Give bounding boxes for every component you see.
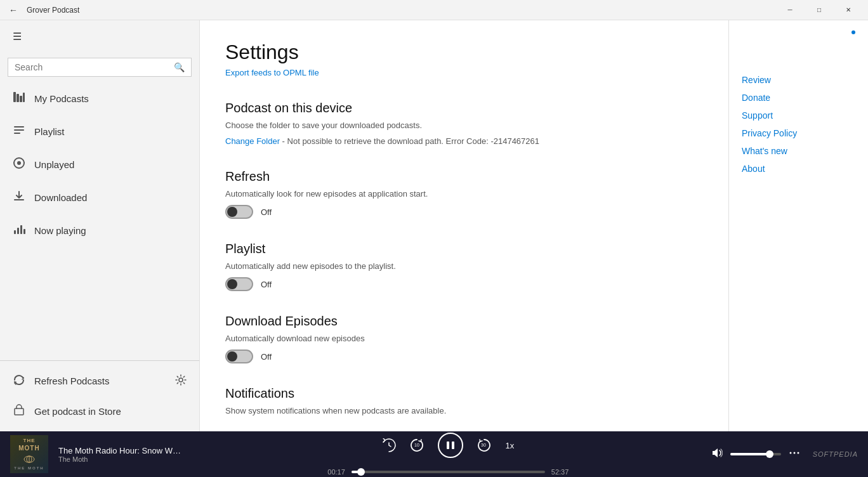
sidebar-item-now-playing[interactable]: Now playing (0, 214, 199, 247)
section-notifications-desc: Show system notifications when new podca… (225, 406, 703, 415)
player-title: The Moth Radio Hour: Snow White and the … (58, 446, 185, 455)
svg-rect-9 (14, 230, 16, 234)
play-pause-button[interactable] (438, 433, 463, 458)
section-refresh-desc: Automatically look for new episodes at a… (225, 189, 703, 199)
player-podcast: The Moth (58, 455, 185, 463)
section-download-episodes-desc: Automatically download new episodes (225, 334, 703, 343)
player-bar: THE MOTH THE MOTH The Moth Radio Hour: S… (0, 431, 868, 477)
playlist-toggle-knob (227, 279, 237, 289)
privacy-policy-link[interactable]: Privacy Policy (742, 126, 855, 141)
store-icon (13, 403, 25, 419)
refresh-toggle-row: Off (225, 205, 703, 219)
forward-button[interactable]: 30 (476, 437, 492, 454)
export-feeds-link[interactable]: Export feeds to OPML file (225, 68, 319, 77)
section-download-episodes-title: Download Episodes (225, 314, 703, 329)
download-toggle-label: Off (261, 352, 272, 362)
sidebar-item-store[interactable]: Get podcast in Store (0, 396, 199, 426)
playlist-icon (13, 124, 25, 139)
svg-rect-11 (20, 225, 22, 234)
svg-rect-14 (15, 408, 23, 415)
section-download-episodes: Download Episodes Automatically download… (225, 314, 703, 363)
section-playlist-title: Playlist (225, 242, 703, 256)
sidebar-item-downloaded[interactable]: Downloaded (0, 181, 199, 214)
search-bar[interactable]: 🔍 (8, 58, 192, 77)
section-podcast-device-desc: Choose the folder to save your downloade… (225, 121, 703, 130)
section-playlist-desc: Automatically add new episodes to the pl… (225, 261, 703, 271)
svg-point-23 (793, 452, 795, 454)
svg-rect-2 (20, 96, 22, 102)
review-link[interactable]: Review (742, 72, 855, 88)
more-options-button[interactable] (789, 447, 800, 462)
section-refresh: Refresh Automatically look for new episo… (225, 169, 703, 219)
speed-button[interactable]: 1x (505, 441, 514, 450)
svg-rect-19 (447, 441, 449, 449)
download-toggle[interactable] (225, 350, 253, 363)
progress-track[interactable] (352, 471, 545, 473)
close-button[interactable]: ✕ (834, 0, 863, 20)
playlist-toggle[interactable] (225, 277, 253, 291)
now-playing-label: Now playing (34, 225, 86, 236)
playlist-label: Playlist (34, 126, 65, 137)
refresh-icon (13, 374, 25, 388)
svg-point-24 (797, 452, 799, 454)
player-info: The Moth Radio Hour: Snow White and the … (58, 446, 185, 463)
settings-title: Settings (225, 41, 703, 64)
titlebar-left: ← Grover Podcast (5, 4, 79, 16)
artwork-text-line3: THE MOTH (14, 466, 44, 471)
app-title: Grover Podcast (27, 6, 79, 15)
change-folder-link[interactable]: Change Folder (225, 136, 280, 146)
softpedia-logo: SOFTPEDIA (813, 450, 858, 458)
change-folder-row: Change Folder - Not possible to retrieve… (225, 135, 703, 147)
window-controls: ─ □ ✕ (775, 0, 863, 20)
section-notifications-title: Notifications (225, 386, 703, 401)
playlist-toggle-row: Off (225, 277, 703, 291)
unplayed-icon (13, 157, 25, 172)
svg-rect-4 (14, 126, 24, 127)
svg-point-8 (17, 161, 21, 165)
search-input[interactable] (15, 62, 174, 72)
refresh-label: Refresh Podcasts (34, 376, 109, 386)
minimize-button[interactable]: ─ (775, 0, 805, 20)
maximize-button[interactable]: □ (805, 0, 834, 20)
whats-new-link[interactable]: What's new (742, 143, 855, 159)
hamburger-button[interactable]: ☰ (10, 28, 24, 45)
about-link[interactable]: About (742, 161, 855, 176)
progress-row: 00:17 52:37 (327, 468, 569, 476)
volume-icon (711, 447, 723, 461)
back-button[interactable]: ← (5, 4, 22, 16)
svg-rect-6 (14, 133, 20, 134)
section-podcast-device-title: Podcast on this device (225, 101, 703, 115)
svg-point-22 (789, 452, 791, 454)
titlebar: ← Grover Podcast ─ □ ✕ (0, 0, 868, 20)
artwork-text-line1: THE (23, 437, 36, 444)
my-podcasts-label: My Podcasts (34, 93, 89, 104)
sidebar-item-refresh[interactable]: Refresh Podcasts (0, 366, 173, 396)
sleep-timer-button[interactable] (382, 438, 396, 452)
support-link[interactable]: Support (742, 108, 855, 123)
volume-track[interactable] (730, 453, 781, 455)
sidebar-item-unplayed[interactable]: Unplayed (0, 148, 199, 181)
settings-main: Settings Export feeds to OPML file Podca… (200, 20, 728, 431)
volume-fill (730, 453, 771, 455)
donate-link[interactable]: Donate (742, 90, 855, 105)
section-podcast-device: Podcast on this device Choose the folder… (225, 101, 703, 147)
svg-rect-12 (23, 229, 25, 234)
player-right: SOFTPEDIA (711, 447, 858, 462)
svg-rect-5 (14, 129, 24, 131)
svg-text:30: 30 (481, 443, 486, 447)
right-panel: Review Donate Support Privacy Policy Wha… (728, 20, 868, 431)
sidebar-item-my-podcasts[interactable]: My Podcasts (0, 82, 199, 115)
downloaded-icon (13, 190, 25, 205)
player-artwork: THE MOTH THE MOTH (10, 435, 48, 473)
section-refresh-title: Refresh (225, 169, 703, 184)
rewind-button[interactable]: 10 (409, 437, 425, 454)
content-area: Settings Export feeds to OPML file Podca… (200, 20, 868, 431)
settings-button[interactable] (173, 372, 189, 391)
refresh-toggle[interactable] (225, 205, 253, 219)
svg-rect-0 (13, 92, 16, 102)
store-label: Get podcast in Store (34, 406, 121, 417)
sidebar-item-playlist[interactable]: Playlist (0, 115, 199, 148)
download-toggle-row: Off (225, 350, 703, 363)
downloaded-label: Downloaded (34, 192, 87, 203)
controls-row: 10 30 1x (382, 433, 514, 458)
